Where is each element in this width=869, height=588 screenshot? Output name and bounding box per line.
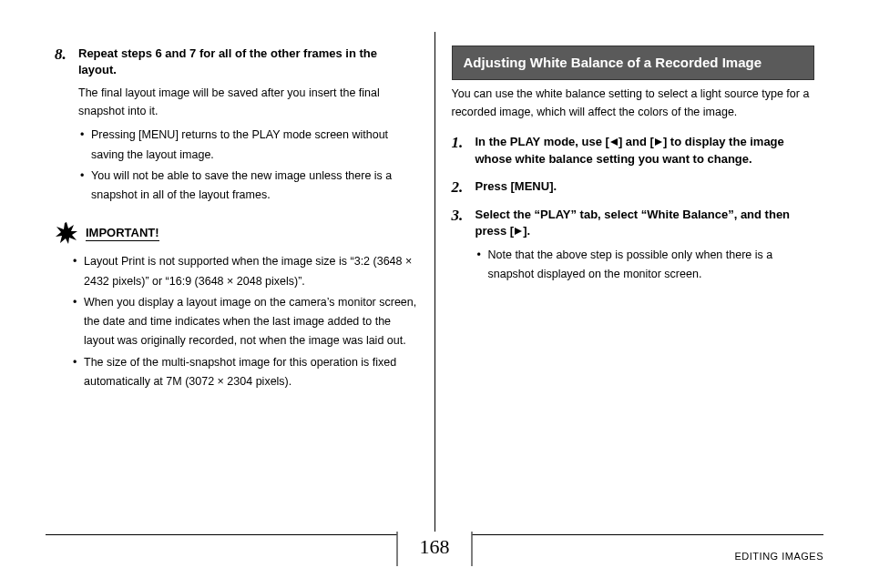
text-segment: In the PLAY mode, use [ — [475, 135, 609, 148]
step-title: Press [MENU]. — [475, 178, 815, 195]
step-body: Select the “PLAY” tab, select “White Bal… — [475, 207, 815, 287]
page-number: 168 — [397, 532, 473, 566]
step-2: 2. Press [MENU]. — [452, 178, 815, 200]
step-title: Repeat steps 6 and 7 for all of the othe… — [78, 46, 418, 78]
footer-row: 168 EDITING IMAGES — [46, 535, 823, 572]
important-label: IMPORTANT! — [86, 226, 159, 241]
bullet-item: You will not be able to save the new ima… — [78, 167, 418, 206]
svg-marker-1 — [610, 138, 618, 146]
step-body: Press [MENU]. — [475, 178, 815, 200]
left-column: 8. Repeat steps 6 and 7 for all of the o… — [46, 46, 434, 542]
svg-marker-0 — [56, 222, 77, 244]
left-triangle-icon — [609, 135, 619, 151]
bullet-item: Note that the above step is possible onl… — [475, 246, 815, 285]
step-1: 1. In the PLAY mode, use [] and [] to di… — [452, 134, 815, 173]
step-bullets: Pressing [MENU] returns to the PLAY mode… — [78, 126, 418, 205]
step-number: 3. — [452, 207, 475, 225]
important-heading: IMPORTANT! — [55, 221, 418, 245]
step-title: Select the “PLAY” tab, select “White Bal… — [475, 207, 815, 240]
step-number: 8. — [55, 46, 78, 64]
section-intro: You can use the white balance setting to… — [452, 86, 815, 121]
step-number: 1. — [452, 134, 475, 152]
step-body: In the PLAY mode, use [] and [] to displ… — [475, 134, 815, 173]
svg-marker-3 — [515, 228, 522, 235]
step-description: The final layout image will be saved aft… — [78, 84, 418, 120]
text-segment: ]. — [523, 224, 530, 238]
step-title: In the PLAY mode, use [] and [] to displ… — [475, 134, 815, 167]
starburst-icon — [55, 221, 78, 245]
bullet-item: The size of the multi-snapshot image for… — [71, 353, 418, 392]
step-bullets: Note that the above step is possible onl… — [475, 246, 815, 285]
bullet-item: Layout Print is not supported when the i… — [71, 252, 418, 291]
right-column: Adjusting White Balance of a Recorded Im… — [435, 46, 824, 542]
bullet-item: Pressing [MENU] returns to the PLAY mode… — [78, 126, 418, 165]
section-header: Adjusting White Balance of a Recorded Im… — [452, 46, 815, 80]
text-segment: ] and [ — [619, 135, 654, 148]
right-triangle-icon — [654, 135, 663, 151]
bullet-item: When you display a layout image on the c… — [71, 293, 418, 351]
step-3: 3. Select the “PLAY” tab, select “White … — [452, 207, 815, 287]
step-number: 2. — [452, 178, 475, 197]
page-footer: 168 EDITING IMAGES — [46, 534, 823, 572]
step-8: 8. Repeat steps 6 and 7 for all of the o… — [55, 46, 418, 207]
important-bullets: Layout Print is not supported when the i… — [55, 252, 418, 391]
footer-section-label: EDITING IMAGES — [735, 545, 823, 562]
svg-marker-2 — [655, 138, 662, 146]
two-column-layout: 8. Repeat steps 6 and 7 for all of the o… — [46, 46, 823, 542]
right-triangle-icon — [514, 224, 523, 240]
step-body: Repeat steps 6 and 7 for all of the othe… — [78, 46, 418, 207]
